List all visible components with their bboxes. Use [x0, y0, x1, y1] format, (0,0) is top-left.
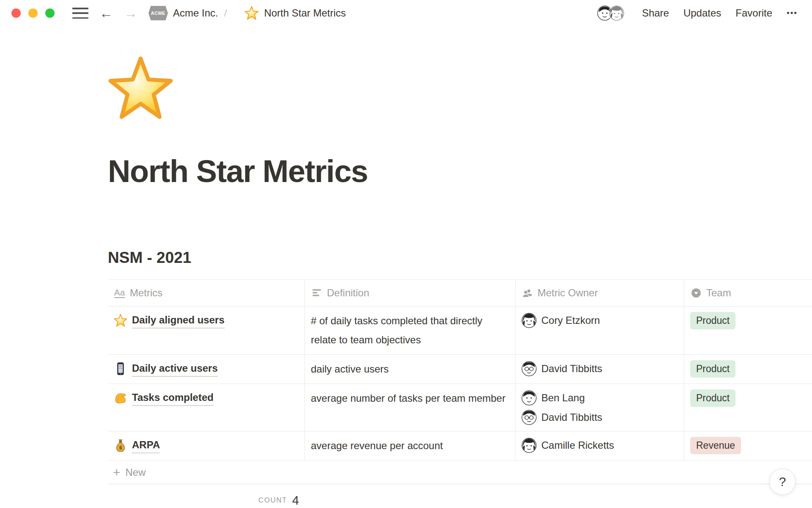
avatar: [521, 390, 537, 406]
breadcrumb-page-title: North Star Metrics: [264, 7, 346, 19]
workspace-name: Acme Inc.: [173, 7, 218, 19]
column-header-definition[interactable]: Definition: [305, 280, 516, 306]
add-new-row-button[interactable]: + New: [108, 461, 812, 484]
table-count-footer[interactable]: COUNT 4: [108, 484, 305, 508]
team-cell[interactable]: Revenue: [684, 431, 812, 460]
definition-cell[interactable]: daily active users: [305, 355, 516, 384]
avatar: [521, 438, 537, 453]
person-chip[interactable]: Camille Ricketts: [521, 438, 614, 453]
star-icon: [244, 6, 259, 20]
definition-cell[interactable]: # of daily tasks completed that directly…: [305, 306, 516, 354]
metric-page-link[interactable]: Tasks completed: [132, 390, 214, 406]
table-row: $ ARPA average revenue per account Camil…: [108, 431, 812, 461]
muscle-icon: [114, 391, 127, 405]
help-button[interactable]: ?: [769, 469, 796, 495]
owner-cell[interactable]: Cory Etzkorn: [516, 306, 684, 354]
person-chip[interactable]: David Tibbitts: [521, 410, 602, 425]
team-cell[interactable]: Product: [684, 355, 812, 384]
metric-page-link[interactable]: ARPA: [132, 438, 160, 453]
page-content: North Star Metrics NSM - 2021 Aa Metrics…: [0, 26, 812, 508]
column-header-metrics[interactable]: Aa Metrics: [108, 280, 305, 306]
traffic-lights: [11, 8, 55, 18]
metric-cell[interactable]: Tasks completed: [108, 384, 305, 431]
updates-button[interactable]: Updates: [683, 7, 721, 19]
team-cell[interactable]: Product: [684, 306, 812, 354]
table-header-row: Aa Metrics Definition: [108, 279, 812, 306]
metric-page-link[interactable]: Daily aligned users: [132, 313, 225, 329]
column-header-team[interactable]: Team: [684, 280, 812, 306]
table-row: Tasks completed average number of tasks …: [108, 384, 812, 431]
metric-cell[interactable]: Daily aligned users: [108, 306, 305, 354]
breadcrumb-separator: /: [224, 7, 227, 19]
avatar: [521, 410, 537, 425]
person-chip[interactable]: David Tibbitts: [521, 361, 602, 376]
text-lines-icon: [311, 287, 322, 299]
close-window-button[interactable]: [11, 8, 21, 18]
people-icon: [521, 287, 533, 299]
acme-logo: ACME: [148, 6, 168, 20]
count-value: 4: [292, 494, 299, 508]
definition-cell[interactable]: average revenue per account: [305, 431, 516, 460]
table-row: Daily active users daily active users Da…: [108, 355, 812, 384]
breadcrumb-workspace[interactable]: ACME Acme Inc.: [148, 6, 218, 20]
team-cell[interactable]: Product: [684, 384, 812, 431]
forward-arrow-icon[interactable]: →: [124, 6, 137, 20]
money-bag-icon: $: [114, 439, 127, 452]
person-chip[interactable]: Cory Etzkorn: [521, 313, 600, 328]
person-chip[interactable]: Ben Lang: [521, 390, 602, 406]
avatar: [608, 5, 625, 22]
svg-text:$: $: [119, 444, 123, 450]
definition-cell[interactable]: average number of tasks per team member: [305, 384, 516, 431]
favorite-button[interactable]: Favorite: [735, 7, 772, 19]
team-tag[interactable]: Revenue: [690, 437, 741, 454]
metric-cell[interactable]: Daily active users: [108, 355, 305, 384]
share-button[interactable]: Share: [642, 7, 669, 19]
more-options-icon[interactable]: •••: [787, 8, 798, 18]
database-title[interactable]: NSM - 2021: [108, 248, 812, 268]
owner-cell[interactable]: David Tibbitts: [516, 355, 684, 384]
metrics-table: Aa Metrics Definition: [108, 279, 812, 508]
plus-icon: +: [113, 466, 121, 479]
table-row: Daily aligned users # of daily tasks com…: [108, 306, 812, 355]
metric-cell[interactable]: $ ARPA: [108, 431, 305, 460]
metric-page-link[interactable]: Daily active users: [132, 361, 218, 377]
column-header-metric-owner[interactable]: Metric Owner: [516, 280, 684, 306]
window-titlebar: ← → ACME Acme Inc. / North Star Metrics …: [0, 0, 812, 26]
select-circle-icon: [690, 287, 702, 299]
team-tag[interactable]: Product: [690, 389, 735, 407]
avatar: [521, 361, 537, 376]
breadcrumb-page[interactable]: North Star Metrics: [238, 6, 346, 20]
count-label: COUNT: [258, 496, 287, 505]
page-star-icon[interactable]: [108, 56, 173, 121]
owner-cell[interactable]: Ben Lang David Tibbitts: [516, 384, 684, 431]
team-tag[interactable]: Product: [690, 360, 735, 378]
viewer-avatars[interactable]: [596, 5, 625, 22]
minimize-window-button[interactable]: [28, 8, 38, 18]
question-mark-icon: ?: [779, 475, 786, 489]
star-icon: [114, 314, 127, 327]
team-tag[interactable]: Product: [690, 312, 735, 329]
iphone-icon: [114, 362, 127, 375]
sidebar-menu-icon[interactable]: [72, 8, 88, 19]
back-arrow-icon[interactable]: ←: [99, 6, 113, 20]
page-title[interactable]: North Star Metrics: [108, 152, 812, 191]
avatar: [521, 313, 537, 328]
zoom-window-button[interactable]: [45, 8, 55, 18]
title-aa-icon: Aa: [114, 287, 125, 299]
owner-cell[interactable]: Camille Ricketts: [516, 431, 684, 460]
